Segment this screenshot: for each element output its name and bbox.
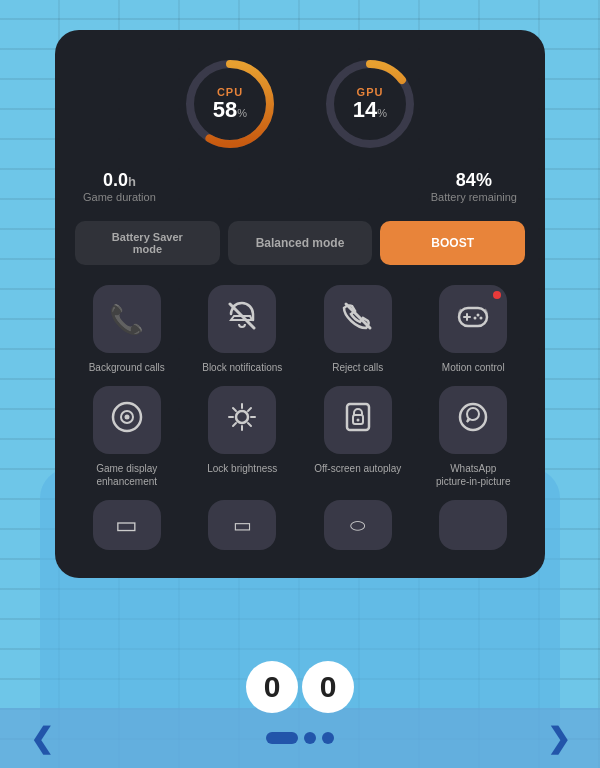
screen-option-3-button[interactable]: ⬭: [324, 500, 392, 550]
svg-point-25: [356, 418, 359, 421]
whatsapp-pip-item: WhatsApppicture-in-picture: [422, 386, 526, 488]
feature-grid-row3: ▭ ▭ ⬭: [75, 500, 525, 550]
gauges-row: CPU 58 %: [75, 54, 525, 154]
screen-option-1-button[interactable]: ▭: [93, 500, 161, 550]
game-duration-label: Game duration: [83, 191, 156, 203]
phone-icon: 📞: [109, 303, 144, 336]
mode-row: Battery Savermode Balanced mode BOOST: [75, 221, 525, 265]
motion-control-item: Motion control: [422, 285, 526, 374]
background-calls-label: Background calls: [89, 361, 165, 374]
screen-option-3-item: ⬭: [306, 500, 410, 550]
svg-point-9: [480, 316, 483, 319]
gpu-gauge-container: GPU 14 %: [320, 54, 420, 154]
screen-3-icon: ⬭: [350, 515, 365, 536]
screen-1-icon: ▭: [115, 511, 138, 539]
cpu-gauge-container: CPU 58 %: [180, 54, 280, 154]
game-display-label: Game displayenhancement: [96, 462, 157, 488]
left-eye: 0: [246, 661, 298, 713]
battery-value: 84%: [431, 170, 517, 191]
cpu-gauge: CPU 58 %: [180, 54, 280, 154]
svg-rect-23: [347, 404, 369, 430]
svg-point-13: [124, 414, 129, 419]
cpu-value: 58: [213, 98, 237, 122]
block-notifications-item: Block notifications: [191, 285, 295, 374]
motion-control-button[interactable]: [439, 285, 507, 353]
nav-dot-1[interactable]: [266, 732, 298, 744]
screen-option-2-button[interactable]: ▭: [208, 500, 276, 550]
svg-line-19: [233, 408, 236, 411]
game-duration-value: 0.0h: [83, 170, 156, 191]
whatsapp-pip-label: WhatsApppicture-in-picture: [436, 462, 510, 488]
character: 0 0: [246, 661, 354, 713]
background-calls-item: 📞 Background calls: [75, 285, 179, 374]
reject-calls-label: Reject calls: [332, 361, 383, 374]
motion-control-label: Motion control: [442, 361, 505, 374]
off-screen-item: Off-screen autoplay: [306, 386, 410, 488]
off-screen-button[interactable]: [324, 386, 392, 454]
battery-label: Battery remaining: [431, 191, 517, 203]
svg-line-20: [248, 423, 251, 426]
whatsapp-pip-button[interactable]: [439, 386, 507, 454]
nav-dot-2[interactable]: [304, 732, 316, 744]
screen-option-4-button[interactable]: [439, 500, 507, 550]
game-display-button[interactable]: [93, 386, 161, 454]
motion-control-notification-dot: [493, 291, 501, 299]
screen-2-icon: ▭: [233, 513, 252, 537]
screen-option-2-item: ▭: [191, 500, 295, 550]
balanced-mode-button[interactable]: Balanced mode: [228, 221, 373, 265]
game-panel: CPU 58 %: [55, 30, 545, 578]
off-screen-label: Off-screen autoplay: [314, 462, 401, 475]
game-duration-stat: 0.0h Game duration: [83, 170, 156, 203]
gamepad-icon: [455, 298, 491, 341]
boost-mode-button[interactable]: BOOST: [380, 221, 525, 265]
block-notifications-button[interactable]: [208, 285, 276, 353]
background-calls-button[interactable]: 📞: [93, 285, 161, 353]
battery-stat: 84% Battery remaining: [431, 170, 517, 203]
lock-brightness-label: Lock brightness: [207, 462, 277, 475]
lock-brightness-item: Lock brightness: [191, 386, 295, 488]
nav-left-arrow[interactable]: ❮: [30, 722, 53, 755]
brightness-icon: [225, 400, 259, 441]
gpu-gauge-center: GPU 14 %: [353, 86, 387, 122]
nav-dots: [266, 732, 334, 744]
svg-point-8: [477, 313, 480, 316]
gpu-value: 14: [353, 98, 377, 122]
stats-row: 0.0h Game duration 84% Battery remaining: [75, 170, 525, 203]
svg-point-14: [236, 411, 248, 423]
screen-option-4-item: [422, 500, 526, 550]
feature-grid-row1: 📞 Background calls Block notification: [75, 285, 525, 374]
nav-right-arrow[interactable]: ❯: [547, 722, 570, 755]
cpu-gauge-center: CPU 58 %: [213, 86, 247, 122]
svg-line-21: [248, 408, 251, 411]
battery-saver-mode-button[interactable]: Battery Savermode: [75, 221, 220, 265]
no-notification-icon: [224, 298, 260, 341]
svg-line-22: [233, 423, 236, 426]
reject-calls-item: Reject calls: [306, 285, 410, 374]
lock-screen-icon: [341, 400, 375, 441]
reject-calls-icon: [340, 298, 376, 341]
block-notifications-label: Block notifications: [202, 361, 282, 374]
cpu-unit: %: [237, 107, 247, 119]
lock-brightness-button[interactable]: [208, 386, 276, 454]
gpu-unit: %: [377, 107, 387, 119]
gpu-gauge: GPU 14 %: [320, 54, 420, 154]
svg-point-10: [474, 316, 477, 319]
eye-icon: [110, 400, 144, 441]
reject-calls-button[interactable]: [324, 285, 392, 353]
right-eye: 0: [302, 661, 354, 713]
nav-dot-3[interactable]: [322, 732, 334, 744]
feature-grid-row2: Game displayenhancement: [75, 386, 525, 488]
whatsapp-icon: [456, 400, 490, 441]
screen-option-1-item: ▭: [75, 500, 179, 550]
slide-nav: ❮ ❯: [0, 708, 600, 768]
game-display-item: Game displayenhancement: [75, 386, 179, 488]
